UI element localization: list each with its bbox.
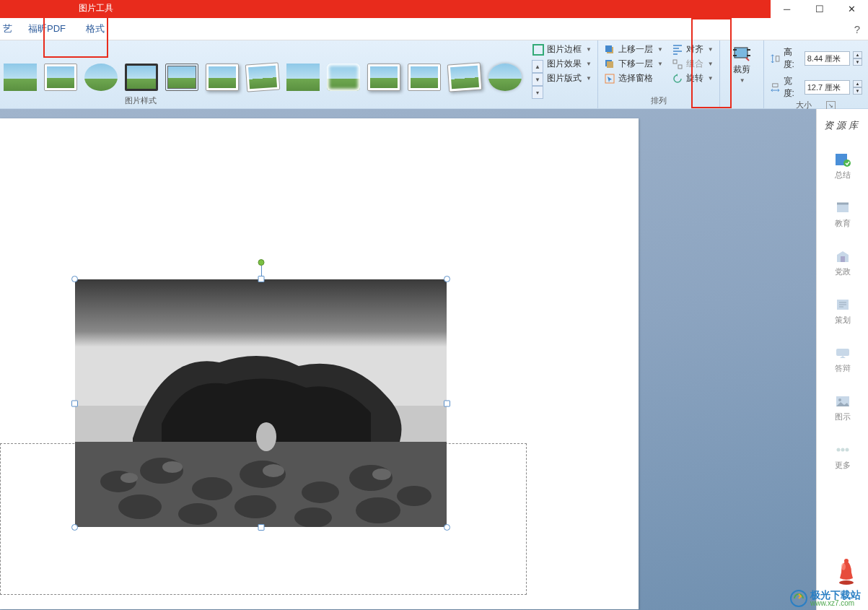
style-thumb-soft[interactable] xyxy=(286,64,320,91)
gallery-scroll-buttons: ▲ ▼ ▾ xyxy=(532,60,543,99)
style-thumb-frame2[interactable] xyxy=(408,64,441,91)
maximize-button[interactable]: ☐ xyxy=(803,0,836,18)
align-button[interactable]: 对齐▼ xyxy=(672,43,714,56)
arrange-group: 上移一层▼ 对齐▼ 下移一层▼ 组合▼ 选择窗格 旋转▼ xyxy=(597,40,719,108)
side-item-party[interactable]: 党政 xyxy=(817,239,868,287)
width-icon xyxy=(770,82,781,93)
close-button[interactable]: ✕ xyxy=(836,0,868,18)
party-icon xyxy=(834,249,851,263)
side-item-summary[interactable]: 总结 xyxy=(817,142,868,191)
summary-icon xyxy=(834,152,851,167)
style-thumb-tilt-shadow[interactable] xyxy=(447,62,483,92)
send-backward-icon xyxy=(604,58,615,70)
width-row: 宽度: 12.7 厘米 ▲ ▼ xyxy=(770,75,862,100)
rotate-button[interactable]: 旋转▼ xyxy=(672,72,714,84)
side-item-gallery[interactable]: 图示 xyxy=(817,384,868,432)
style-thumb-oval[interactable] xyxy=(84,64,118,91)
style-thumb-white-frame[interactable] xyxy=(44,64,77,91)
resize-handle-tl[interactable] xyxy=(71,276,78,282)
rotate-handle[interactable] xyxy=(258,259,264,266)
resize-handle-r[interactable] xyxy=(444,400,450,406)
rotate-connector xyxy=(261,266,262,276)
svg-rect-12 xyxy=(678,65,682,69)
selection-pane-icon xyxy=(604,73,615,84)
ribbon-toolbar: ▲ ▼ ▾ 图片样式 图片边框▼ 图片效果▼ 图片版式▼ xyxy=(0,40,868,109)
style-thumb-plain[interactable] xyxy=(4,64,37,91)
title-bar: 图片工具 ─ ☐ ✕ xyxy=(0,0,868,18)
tab-bar: 艺 福昕PDF 格式 ? xyxy=(0,18,868,40)
svg-point-46 xyxy=(836,448,840,452)
style-thumb-tilted[interactable] xyxy=(245,62,281,92)
svg-point-45 xyxy=(838,398,841,401)
document-page[interactable] xyxy=(0,118,639,609)
gallery-up-button[interactable]: ▲ xyxy=(532,60,543,73)
height-up-button[interactable]: ▲ xyxy=(853,51,862,58)
gallery-more-button[interactable]: ▾ xyxy=(532,86,543,99)
width-down-button[interactable]: ▼ xyxy=(853,87,862,95)
svg-point-36 xyxy=(263,464,284,477)
width-up-button[interactable]: ▲ xyxy=(853,80,862,87)
side-item-defense[interactable]: 答辩 xyxy=(817,336,868,384)
height-down-button[interactable]: ▼ xyxy=(853,58,862,66)
width-input[interactable]: 12.7 厘米 xyxy=(805,80,850,95)
image-content xyxy=(75,279,447,527)
svg-point-34 xyxy=(120,473,138,483)
resize-handle-br[interactable] xyxy=(444,524,450,531)
side-item-more[interactable]: 更多 xyxy=(817,432,868,481)
svg-rect-11 xyxy=(673,60,677,64)
notification-icon[interactable] xyxy=(836,557,857,585)
tab-foxit-pdf[interactable]: 福昕PDF xyxy=(18,18,76,40)
bring-forward-label: 上移一层 xyxy=(618,43,653,56)
help-icon[interactable]: ? xyxy=(846,20,868,38)
style-thumb-double-frame[interactable] xyxy=(165,64,198,91)
resize-handle-tr[interactable] xyxy=(444,276,450,282)
selected-image[interactable] xyxy=(75,279,447,527)
height-icon xyxy=(770,53,781,64)
arrange-group-label: 排列 xyxy=(604,95,714,108)
picture-border-label: 图片边框 xyxy=(547,43,582,56)
svg-point-26 xyxy=(302,482,339,503)
resize-handle-t[interactable] xyxy=(258,276,264,282)
tab-partial[interactable]: 艺 xyxy=(0,18,18,40)
crop-icon xyxy=(732,46,752,62)
rotate-icon xyxy=(672,73,683,84)
resize-handle-l[interactable] xyxy=(71,400,78,406)
window-controls: ─ ☐ ✕ xyxy=(771,0,868,18)
resize-handle-bl[interactable] xyxy=(71,524,78,531)
group-button[interactable]: 组合▼ xyxy=(672,58,714,70)
minimize-button[interactable]: ─ xyxy=(771,0,803,18)
style-thumb-black-frame[interactable] xyxy=(125,64,158,91)
watermark-title: 极光下载站 xyxy=(810,590,861,600)
picture-border-button[interactable]: 图片边框▼ xyxy=(532,43,592,56)
style-thumb-shadow-frame[interactable] xyxy=(206,64,239,91)
watermark: 极光下载站 www.xz7.com xyxy=(790,590,861,607)
crop-button[interactable]: 裁剪 ▼ xyxy=(726,43,758,87)
side-item-education[interactable]: 教育 xyxy=(817,191,868,239)
align-icon xyxy=(672,44,683,56)
resource-panel-title: 资源库 xyxy=(824,109,861,142)
side-item-plan[interactable]: 策划 xyxy=(817,287,868,336)
selection-pane-button[interactable]: 选择窗格 xyxy=(604,72,663,84)
style-thumb-rounded[interactable] xyxy=(327,64,360,91)
height-row: 高度: 8.44 厘米 ▲ ▼ xyxy=(770,46,862,71)
svg-point-33 xyxy=(356,497,400,523)
svg-rect-43 xyxy=(836,349,849,356)
send-backward-button[interactable]: 下移一层▼ xyxy=(604,58,663,70)
tab-format[interactable]: 格式 xyxy=(76,18,115,40)
svg-point-21 xyxy=(256,422,276,451)
bring-forward-button[interactable]: 上移一层▼ xyxy=(604,43,663,56)
svg-point-51 xyxy=(841,563,846,570)
height-input[interactable]: 8.44 厘米 xyxy=(805,51,850,66)
svg-rect-8 xyxy=(605,45,612,52)
gallery-down-button[interactable]: ▼ xyxy=(532,73,543,86)
resource-panel: 资源库 总结 教育 党政 策划 答辩 图示 更多 xyxy=(816,109,868,610)
style-thumb-oval-soft[interactable] xyxy=(488,64,522,91)
side-label-summary: 总结 xyxy=(835,170,851,180)
svg-point-35 xyxy=(162,461,183,473)
style-thumb-shadow2[interactable] xyxy=(367,64,400,91)
picture-effects-label: 图片效果 xyxy=(547,58,582,70)
width-spinner: ▲ ▼ xyxy=(853,80,862,95)
crop-dropdown-arrow[interactable]: ▼ xyxy=(740,77,745,84)
resize-handle-b[interactable] xyxy=(258,524,264,531)
svg-point-32 xyxy=(294,507,332,527)
